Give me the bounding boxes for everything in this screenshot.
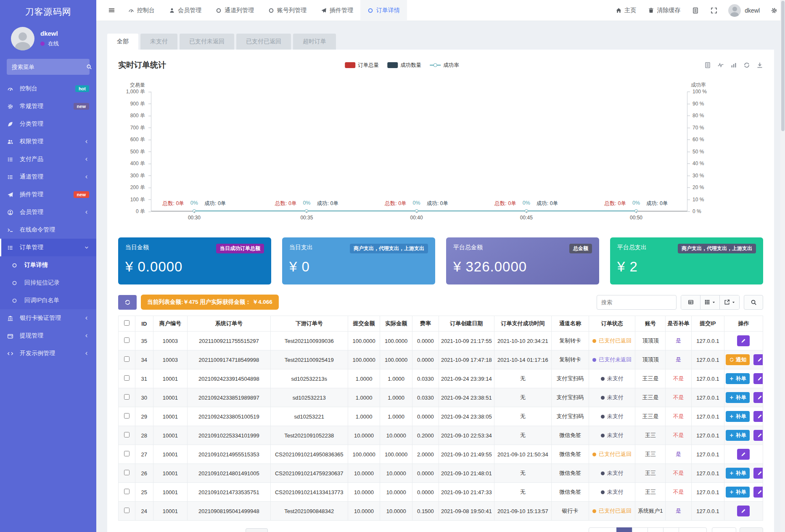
sidebar-item-channel[interactable]: 通道管理 <box>0 168 96 186</box>
edit-button[interactable] <box>753 411 763 422</box>
cell-created: 2021-10-09 17:47:18 <box>439 350 494 369</box>
page-size-select[interactable]: 10 <box>246 528 267 532</box>
row-checkbox[interactable] <box>124 337 130 343</box>
cell-rate: 0.0000 <box>412 407 439 426</box>
search-icon[interactable] <box>86 64 92 70</box>
card-label: 当日金额 <box>125 244 149 251</box>
status-badge: 已支付已返回 <box>592 450 632 458</box>
sidebar-item-order-detail[interactable]: 订单详情 <box>0 256 96 274</box>
prev-page-button[interactable]: 上一页 <box>589 527 617 532</box>
select-all-checkbox[interactable] <box>124 320 130 326</box>
chart-plot-area: 总数: 0单0%成功: 0单 总数: 0单0%成功: 0单 总数: 0单0%成功… <box>151 92 687 211</box>
edit-button[interactable] <box>737 335 750 346</box>
sidebar-item-sms-record[interactable]: 回掉短信记录 <box>0 274 96 292</box>
row-checkbox[interactable] <box>124 394 130 400</box>
sidebar-item-pay-product[interactable]: 支付产品 <box>0 150 96 168</box>
download-icon[interactable] <box>756 62 763 68</box>
toggle-view-button[interactable] <box>681 295 700 309</box>
row-checkbox[interactable] <box>124 375 130 381</box>
row-checkbox[interactable] <box>124 508 130 513</box>
next-page-button[interactable]: 下一页 <box>679 527 707 532</box>
topnav-account-list[interactable]: 账号列管理 <box>261 0 314 21</box>
supplement-button[interactable]: 补单 <box>726 487 750 498</box>
settings-button[interactable] <box>766 0 782 21</box>
page-1[interactable]: 1 <box>616 527 632 532</box>
edit-button[interactable] <box>737 506 750 516</box>
scrollbar[interactable] <box>780 0 785 532</box>
sidebar-item-withdraw[interactable]: 提现管理 <box>0 327 96 345</box>
tab-paid-returned[interactable]: 已支付已返回 <box>236 34 291 50</box>
page-3[interactable]: 3 <box>648 527 663 532</box>
status-badge: 已支付已返回 <box>592 507 632 515</box>
supplement-button[interactable]: 补单 <box>726 373 750 384</box>
log-button[interactable] <box>687 0 704 21</box>
edit-button[interactable] <box>753 468 763 479</box>
topnav-plugin[interactable]: 插件管理 <box>314 0 360 21</box>
card-badge: 总金额 <box>569 244 592 253</box>
notify-button[interactable]: 通知 <box>726 354 750 365</box>
legend-success-rate[interactable]: 成功率 <box>430 62 459 69</box>
search-button[interactable] <box>744 295 763 310</box>
columns-button[interactable] <box>700 295 720 309</box>
menu-toggle-icon[interactable] <box>102 7 121 14</box>
sidebar-item-command[interactable]: 在线命令管理 <box>0 221 96 239</box>
topnav-member[interactable]: 会员管理 <box>162 0 209 21</box>
sidebar-item-general[interactable]: 常规管理new <box>0 97 96 115</box>
topnav-channel-list[interactable]: 通道列管理 <box>209 0 261 21</box>
topnav-order-detail[interactable]: 订单详情 <box>360 0 407 21</box>
sidebar-item-category[interactable]: 分类管理 <box>0 115 96 133</box>
table-search-input[interactable] <box>597 295 677 310</box>
sidebar-search-input[interactable] <box>12 64 86 70</box>
circle-icon <box>12 298 19 303</box>
sidebar-item-bankcard[interactable]: 银行卡验证管理 <box>0 309 96 327</box>
supplement-button[interactable]: 补单 <box>726 392 750 403</box>
supplement-button[interactable]: 补单 <box>726 411 750 422</box>
user-menu[interactable]: dkewl <box>724 0 764 21</box>
gear-icon <box>7 103 14 110</box>
row-checkbox[interactable] <box>124 356 130 362</box>
tab-timeout[interactable]: 超时订单 <box>293 34 336 50</box>
sidebar-item-permission[interactable]: 权限管理 <box>0 133 96 150</box>
jump-page-input[interactable] <box>712 527 736 532</box>
topnav-console[interactable]: 控制台 <box>121 0 162 21</box>
sidebar-item-console[interactable]: 控制台hot <box>0 80 96 97</box>
cell-account: 顶顶顶 <box>635 350 666 369</box>
row-checkbox[interactable] <box>124 432 130 437</box>
row-checkbox[interactable] <box>124 413 130 419</box>
sidebar-item-dev-example[interactable]: 开发示例管理 <box>0 345 96 362</box>
restore-icon[interactable] <box>743 62 750 68</box>
page-2[interactable]: 2 <box>632 527 648 532</box>
row-checkbox[interactable] <box>124 451 130 456</box>
sidebar-item-order-management[interactable]: 订单管理 <box>0 239 96 256</box>
clear-cache-link[interactable]: 清除缓存 <box>643 0 685 21</box>
bar-chart-icon[interactable] <box>730 62 737 68</box>
edit-button[interactable] <box>737 449 750 460</box>
jump-button[interactable]: 跳转 <box>740 527 763 532</box>
tab-all[interactable]: 全部 <box>107 34 138 50</box>
row-checkbox[interactable] <box>124 470 130 475</box>
supplement-button[interactable]: 补单 <box>726 430 750 441</box>
edit-button[interactable] <box>753 487 763 498</box>
export-button[interactable] <box>720 295 739 309</box>
scrollbar-thumb[interactable] <box>781 1 785 131</box>
cell-account: 王三 <box>635 464 666 483</box>
page-4[interactable]: 4 <box>663 527 679 532</box>
edit-button[interactable] <box>753 373 763 384</box>
tab-paid-not-returned[interactable]: 已支付未返回 <box>180 34 234 50</box>
edit-button[interactable] <box>753 430 763 441</box>
row-checkbox[interactable] <box>124 489 130 494</box>
supplement-button[interactable]: 补单 <box>726 468 750 479</box>
fullscreen-button[interactable] <box>706 0 722 21</box>
line-chart-icon[interactable] <box>717 62 724 68</box>
tab-unpaid[interactable]: 未支付 <box>140 34 177 50</box>
edit-button[interactable] <box>753 354 763 365</box>
legend-success-count[interactable]: 成功数量 <box>387 62 421 69</box>
data-view-icon[interactable] <box>704 62 711 68</box>
refresh-button[interactable] <box>118 295 137 310</box>
sidebar-item-callback-whitelist[interactable]: 回调IP白名单 <box>0 292 96 309</box>
legend-order-total[interactable]: 订单总量 <box>345 62 379 69</box>
sidebar-item-member[interactable]: 会员管理 <box>0 203 96 221</box>
home-link[interactable]: 主页 <box>611 0 641 21</box>
edit-button[interactable] <box>753 392 763 403</box>
sidebar-item-plugin[interactable]: 插件管理new <box>0 186 96 203</box>
